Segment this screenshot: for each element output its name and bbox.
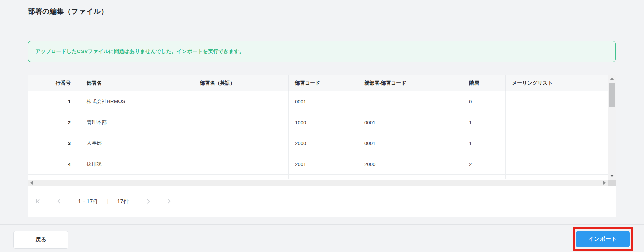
- table-row: 2管理本部—100000011—: [28, 112, 608, 133]
- column-header: 部署コード: [289, 75, 358, 91]
- table-cell: —: [506, 91, 608, 112]
- table-row: 4採用課—200120002—: [28, 154, 608, 175]
- title-divider: [28, 26, 616, 26]
- table-cell: —: [506, 112, 608, 133]
- table-cell: 株式会社HRMOS: [80, 91, 194, 112]
- table-cell: 管理本部: [80, 112, 194, 133]
- import-button[interactable]: インポート: [576, 231, 630, 247]
- table-cell: 2: [463, 154, 506, 174]
- table-cell: [506, 175, 608, 179]
- page-title: 部署の編集（ファイル）: [28, 7, 108, 16]
- preview-table: 行番号部署名部署名（英語）部署コード親部署-部署コード階層メーリングリスト 1株…: [28, 75, 616, 180]
- table-body: 1株式会社HRMOS—0001—0—2管理本部—100000011—3人事部—2…: [28, 91, 616, 179]
- table-cell: —: [506, 133, 608, 154]
- table-cell: 4: [28, 154, 80, 174]
- success-alert-message: アップロードしたCSVファイルに問題はありませんでした。インポートを実行できます…: [35, 48, 245, 55]
- first-page-icon: [35, 198, 41, 204]
- scroll-down-arrow-icon[interactable]: [610, 175, 614, 177]
- table-cell: 2001: [289, 154, 358, 174]
- import-preview-card: 行番号部署名部署名（英語）部署コード親部署-部署コード階層メーリングリスト 1株…: [28, 75, 616, 217]
- table-cell: [463, 175, 506, 179]
- table-cell: 1: [28, 91, 80, 112]
- table-cell: —: [506, 154, 608, 174]
- table-cell: 1: [463, 112, 506, 133]
- pagination-total-label: 17件: [117, 198, 129, 205]
- table-cell: 3: [28, 133, 80, 154]
- table-cell: 0001: [289, 91, 358, 112]
- footer-divider: [0, 224, 644, 225]
- table-cell: [289, 175, 358, 179]
- table-row: 1株式会社HRMOS—0001—0—: [28, 91, 608, 112]
- horizontal-scrollbar[interactable]: [28, 180, 616, 186]
- column-header: 部署名（英語）: [194, 75, 289, 91]
- table-cell: —: [194, 91, 289, 112]
- table-cell: 採用課: [80, 154, 194, 174]
- table-cell: —: [194, 133, 289, 154]
- table-cell: 0001: [358, 133, 463, 154]
- next-page-button[interactable]: [145, 198, 151, 205]
- column-header: メーリングリスト: [506, 75, 608, 91]
- table-cell: 1000: [289, 112, 358, 133]
- table-cell: [80, 175, 194, 179]
- pagination: 1 - 17件 ｜ 17件: [28, 186, 616, 217]
- previous-page-button[interactable]: [56, 198, 63, 205]
- table-cell: 0001: [358, 112, 463, 133]
- column-header: 部署名: [80, 75, 194, 91]
- column-header: 階層: [463, 75, 506, 91]
- table-cell: 1: [463, 133, 506, 154]
- table-cell: —: [194, 112, 289, 133]
- table-cell: 2000: [358, 154, 463, 174]
- table-row-partial: [28, 175, 608, 179]
- pagination-separator: ｜: [105, 198, 110, 205]
- back-button[interactable]: 戻る: [13, 231, 68, 249]
- last-page-icon: [166, 198, 172, 204]
- scroll-left-arrow-icon[interactable]: [30, 181, 33, 185]
- table-cell: 0: [463, 91, 506, 112]
- last-page-button[interactable]: [166, 198, 173, 205]
- table-cell: [358, 175, 463, 179]
- table-cell: [28, 175, 80, 179]
- scroll-right-arrow-icon[interactable]: [603, 181, 606, 185]
- first-page-button[interactable]: [35, 198, 41, 205]
- import-highlight-annotation: インポート: [573, 227, 633, 251]
- scroll-up-arrow-icon[interactable]: [610, 78, 614, 80]
- vertical-scrollbar[interactable]: [608, 75, 616, 180]
- column-header: 行番号: [28, 75, 80, 91]
- scrollbar-corner: [608, 180, 616, 186]
- table-cell: 2: [28, 112, 80, 133]
- column-header: 親部署-部署コード: [358, 75, 463, 91]
- table-header-row: 行番号部署名部署名（英語）部署コード親部署-部署コード階層メーリングリスト: [28, 75, 608, 91]
- chevron-left-icon: [56, 198, 62, 204]
- table-cell: [194, 175, 289, 179]
- table-cell: —: [358, 91, 463, 112]
- vertical-scrollbar-thumb[interactable]: [609, 83, 615, 107]
- chevron-right-icon: [145, 198, 151, 204]
- pagination-range-label: 1 - 17件: [78, 198, 98, 205]
- table-cell: —: [194, 154, 289, 174]
- table-cell: 2000: [289, 133, 358, 154]
- table-row: 3人事部—200000011—: [28, 133, 608, 154]
- table-cell: 人事部: [80, 133, 194, 154]
- success-alert: アップロードしたCSVファイルに問題はありませんでした。インポートを実行できます…: [28, 41, 616, 62]
